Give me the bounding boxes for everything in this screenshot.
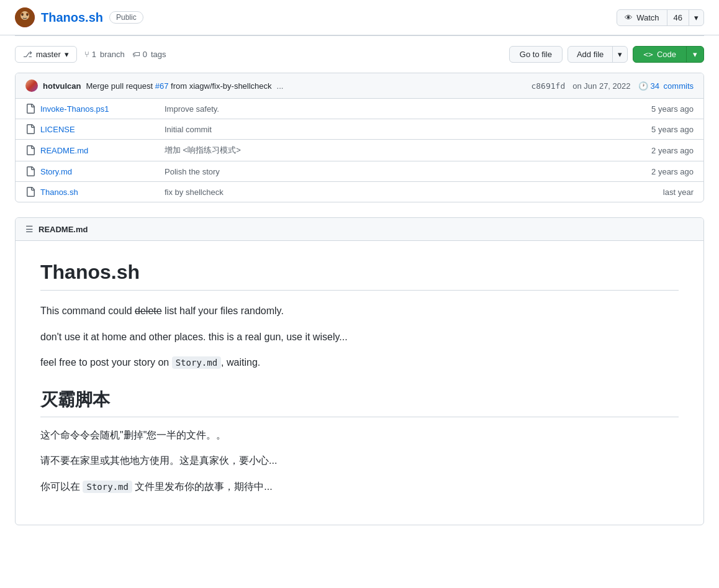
- commit-info-right: c8691fd on Jun 27, 2022 🕐 34 commits: [531, 81, 694, 91]
- file-icon: [25, 166, 35, 176]
- tag-count-link[interactable]: 🏷 0 tags: [132, 50, 166, 59]
- tag-count: 0: [143, 50, 147, 59]
- readme-h2: 灭霸脚本: [40, 388, 679, 417]
- readme-box: ☰ README.md Thanos.sh This command could…: [15, 217, 704, 525]
- table-row: Thanos.sh fix by shellcheck last year: [16, 182, 703, 202]
- table-row: LICENSE Initial commit 5 years ago: [16, 119, 703, 140]
- readme-cn-p3: 你可以在 Story.md 文件里发布你的故事，期待中...: [40, 479, 679, 495]
- readme-p3-before: feel free to post your story on: [40, 357, 172, 368]
- branch-icon: ⎇: [23, 50, 32, 59]
- commit-header: hotvulcan Merge pull request #67 from xi…: [16, 73, 703, 99]
- go-to-file-button[interactable]: Go to file: [509, 46, 563, 63]
- commit-author-name[interactable]: hotvulcan: [43, 81, 81, 91]
- commits-count: 🕐 34 commits: [638, 81, 694, 91]
- file-name[interactable]: LICENSE: [40, 125, 165, 134]
- top-bar: Thanos.sh Public 👁 Watch 46 ▾: [0, 0, 719, 35]
- visibility-badge: Public: [109, 11, 143, 24]
- commits-label: commits: [664, 81, 694, 91]
- readme-p2: don't use it at home and other places. t…: [40, 329, 679, 345]
- watch-label: Watch: [636, 13, 659, 22]
- readme-cn-p3-code: Story.md: [83, 481, 132, 493]
- commit-author-avatar: [25, 79, 38, 92]
- eye-icon: 👁: [625, 13, 633, 22]
- watch-count: 46: [667, 10, 689, 25]
- code-icon: <>: [643, 50, 653, 59]
- file-time: 5 years ago: [619, 104, 694, 114]
- tag-icon: 🏷: [132, 50, 140, 59]
- watch-button[interactable]: 👁 Watch 46 ▾: [617, 9, 704, 26]
- readme-p3-after: , waiting.: [221, 357, 260, 368]
- file-name[interactable]: Invoke-Thanos.ps1: [40, 104, 165, 114]
- code-label: Code: [657, 50, 676, 59]
- repo-title: Thanos.sh Public: [15, 7, 143, 27]
- watch-dropdown-arrow[interactable]: ▾: [689, 10, 703, 25]
- file-time: 2 years ago: [619, 167, 694, 176]
- commit-number: 34: [651, 81, 659, 91]
- code-button[interactable]: <> Code ▾: [633, 46, 704, 63]
- watch-button-main[interactable]: 👁 Watch: [617, 10, 667, 25]
- readme-p1-before: This command could: [40, 305, 135, 316]
- tag-label: tags: [151, 50, 166, 59]
- file-name[interactable]: README.md: [40, 146, 165, 155]
- branch-caret: ▾: [65, 50, 69, 59]
- readme-content: Thanos.sh This command could delete list…: [16, 241, 703, 525]
- file-time: 2 years ago: [619, 146, 694, 155]
- readme-filename: README.md: [38, 225, 88, 234]
- toolbar-left: ⎇ master ▾ ⑂ 1 branch 🏷 0 tags: [15, 46, 166, 63]
- commit-message-after: from xiagw/fix-by-shellcheck: [171, 81, 272, 91]
- readme-cn-p3-before: 你可以在: [40, 481, 83, 492]
- history-icon: 🕐: [638, 81, 648, 91]
- add-file-caret[interactable]: ▾: [613, 47, 627, 62]
- branch-count-link[interactable]: ⑂ 1 branch: [84, 50, 125, 59]
- file-commit-msg: Polish the story: [165, 167, 619, 176]
- file-time: last year: [619, 188, 694, 197]
- file-name[interactable]: Story.md: [40, 167, 165, 176]
- commit-pr-link[interactable]: #67: [155, 81, 169, 91]
- file-commit-msg: 增加 <响指练习模式>: [165, 145, 619, 156]
- file-list: Invoke-Thanos.ps1 Improve safety. 5 year…: [16, 99, 703, 202]
- commit-info-left: hotvulcan Merge pull request #67 from xi…: [25, 79, 283, 92]
- file-time: 5 years ago: [619, 125, 694, 134]
- file-commit-msg: fix by shellcheck: [165, 188, 619, 197]
- readme-header: ☰ README.md: [16, 218, 703, 241]
- file-name[interactable]: Thanos.sh: [40, 188, 165, 197]
- table-row: README.md 增加 <响指练习模式> 2 years ago: [16, 140, 703, 161]
- readme-p1: This command could delete list half your…: [40, 303, 679, 319]
- svg-point-5: [27, 14, 28, 16]
- svg-point-4: [22, 14, 23, 16]
- branch-selector[interactable]: ⎇ master ▾: [15, 46, 77, 63]
- branch-label: branch: [100, 50, 125, 59]
- readme-p3-code: Story.md: [172, 356, 221, 369]
- file-box: hotvulcan Merge pull request #67 from xi…: [15, 73, 704, 202]
- file-icon: [25, 187, 35, 197]
- readme-cn-p1: 这个命令令会随机"删掉"您一半的文件。。: [40, 427, 679, 443]
- commit-date: on Jun 27, 2022: [572, 81, 630, 91]
- commit-dots: ...: [277, 81, 284, 91]
- avatar: [15, 7, 35, 27]
- add-file-button[interactable]: Add file ▾: [568, 46, 628, 63]
- toolbar-right: Go to file Add file ▾ <> Code ▾: [509, 46, 704, 63]
- branch-name: master: [36, 50, 61, 59]
- file-commit-msg: Initial commit: [165, 125, 619, 134]
- branch-count: 1: [92, 50, 96, 59]
- commit-message-before: Merge pull request: [86, 81, 153, 91]
- file-icon: [25, 104, 35, 114]
- code-button-main[interactable]: <> Code: [633, 47, 687, 62]
- commit-hash[interactable]: c8691fd: [531, 81, 565, 91]
- readme-p3: feel free to post your story on Story.md…: [40, 355, 679, 371]
- file-icon: [25, 145, 35, 155]
- commit-message: Merge pull request #67 from xiagw/fix-by…: [86, 81, 271, 91]
- readme-cn-p2: 请不要在家里或其他地方使用。这是真家伙，要小心...: [40, 453, 679, 469]
- repo-name[interactable]: Thanos.sh: [41, 11, 103, 25]
- readme-p1-after: list half your files randomly.: [162, 305, 284, 316]
- add-file-label[interactable]: Add file: [568, 47, 613, 62]
- code-button-caret[interactable]: ▾: [687, 47, 703, 62]
- commits-count-link[interactable]: 34 commits: [651, 81, 694, 91]
- list-icon: ☰: [25, 224, 34, 234]
- table-row: Invoke-Thanos.ps1 Improve safety. 5 year…: [16, 99, 703, 119]
- readme-h1: Thanos.sh: [40, 261, 679, 291]
- toolbar: ⎇ master ▾ ⑂ 1 branch 🏷 0 tags Go to fil…: [0, 36, 719, 73]
- file-icon: [25, 124, 35, 134]
- readme-p1-del: delete: [135, 305, 162, 316]
- table-row: Story.md Polish the story 2 years ago: [16, 161, 703, 182]
